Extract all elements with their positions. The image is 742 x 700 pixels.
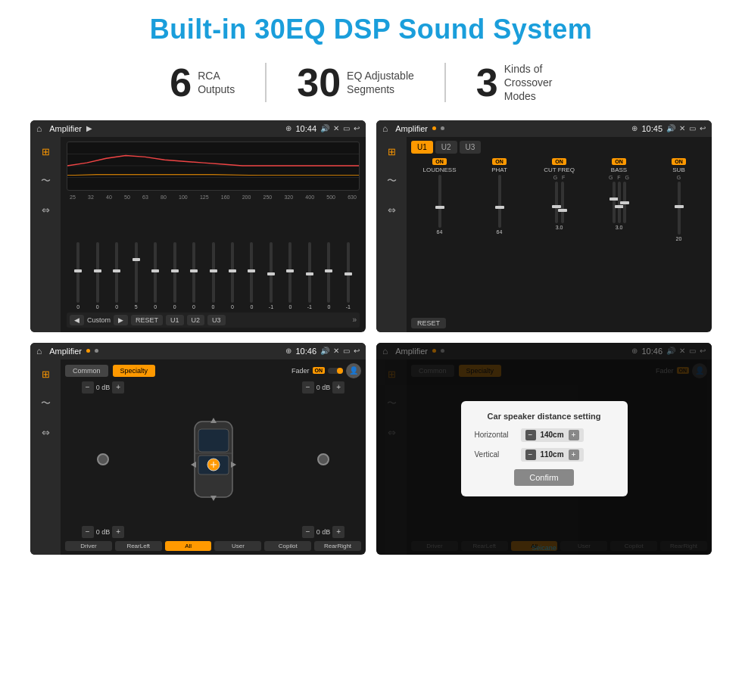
dialog-title: Car speaker distance setting [475,412,614,421]
horizontal-row: Horizontal − 140cm + [475,428,614,442]
rear-right-minus[interactable]: − [302,526,314,538]
specialty-tab[interactable]: Specialty [113,365,156,377]
window-icon-1[interactable]: ▭ [343,124,350,132]
sub-slider[interactable] [678,182,681,235]
eq-slider-6: 0 [186,204,202,310]
home-icon-1[interactable]: ⌂ [36,123,42,134]
eq-next-btn[interactable]: ▶ [114,315,128,325]
eq-slider-7: 0 [204,204,221,310]
bottom-buttons-row: Driver RearLeft All User Copilot RearRig… [65,541,361,551]
screen3-title: Amplifier [49,347,82,356]
eq-custom-label: Custom [87,316,111,324]
front-left-val: 0 dB [96,384,111,391]
driver-btn[interactable]: Driver [65,541,112,551]
amp-reset-btn[interactable]: RESET [411,318,446,328]
common-tab[interactable]: Common [65,365,108,377]
u2-btn[interactable]: U2 [435,141,457,154]
front-left-plus[interactable]: + [112,381,124,394]
arrows-icon-3[interactable]: ⇔ [39,424,53,441]
eq-u1-btn[interactable]: U1 [166,315,184,325]
rear-left-plus[interactable]: + [112,526,124,538]
speaker-icon-right [285,453,361,465]
horizontal-minus-btn[interactable]: − [525,430,536,440]
fader-toggle[interactable] [328,368,343,374]
wave-icon-2[interactable]: 〜 [384,171,400,191]
eq-icon-2[interactable]: ⊞ [385,143,399,160]
rear-right-val: 0 dB [316,528,331,536]
eq-bottom-bar: ◀ Custom ▶ RESET U1 U2 U3 » [67,313,360,328]
stats-row: 6 RCAOutputs 30 EQ AdjustableSegments 3 … [23,62,719,104]
car-center [145,381,281,538]
back-icon-2[interactable]: ↩ [700,124,706,132]
back-icon-1[interactable]: ↩ [354,124,360,132]
wave-icon-1[interactable]: 〜 [38,171,54,191]
status-icons-1: ⊕ 10:44 🔊 ✕ ▭ ↩ [285,124,360,133]
loudness-slider[interactable] [438,175,441,228]
back-icon-3[interactable]: ↩ [354,347,360,355]
main-container: Built-in 30EQ DSP Sound System 6 RCAOutp… [0,0,742,562]
bass-slider-3[interactable] [623,182,626,223]
eq-graph [67,142,360,191]
home-icon-3[interactable]: ⌂ [36,346,42,356]
eq-slider-5: 0 [166,204,182,310]
rear-right-btn[interactable]: RearRight [314,541,361,551]
window-icon-3[interactable]: ▭ [343,347,350,355]
bass-slider-1[interactable] [613,182,616,223]
eq-slider-14: -1 [340,204,357,310]
rear-left-ctrl: − 0 dB + [65,526,141,538]
all-btn[interactable]: All [165,541,212,551]
sub-title: SUB [672,166,684,173]
user-btn[interactable]: User [214,541,261,551]
x-icon-1[interactable]: ✕ [333,124,339,132]
front-left-minus[interactable]: − [82,381,94,394]
wave-icon-3[interactable]: 〜 [38,394,54,413]
eq-u2-btn[interactable]: U2 [187,315,205,325]
eq-prev-btn[interactable]: ◀ [70,315,84,325]
status-bar-2: ⌂ Amplifier ⊕ 10:45 🔊 ✕ ▭ ↩ [376,120,712,137]
eq-u3-btn[interactable]: U3 [207,315,226,325]
rear-left-minus[interactable]: − [82,526,94,538]
eq-icon-1[interactable]: ⊞ [39,143,53,160]
eq-expand-icon[interactable]: » [352,316,357,324]
dialog-overlay: Car speaker distance setting Horizontal … [376,343,712,555]
u-buttons-row: U1 U2 U3 [411,141,481,154]
home-icon-2[interactable]: ⌂ [382,123,388,134]
arrows-icon-1[interactable]: ⇔ [39,201,53,219]
dialog-box: Car speaker distance setting Horizontal … [461,401,628,496]
phat-slider[interactable] [498,175,501,228]
stat-crossover-desc: Kinds ofCrossover Modes [504,62,572,104]
vertical-minus-btn[interactable]: − [525,450,536,460]
time-2: 10:45 [641,124,662,133]
window-icon-2[interactable]: ▭ [689,124,696,132]
rear-left-btn[interactable]: RearLeft [115,541,162,551]
u1-btn[interactable]: U1 [411,141,433,154]
front-right-minus[interactable]: − [302,381,314,394]
front-right-plus[interactable]: + [332,381,344,394]
location-icon-1: ⊕ [285,124,292,132]
eq-slider-4: 0 [147,204,164,310]
stat-eq-number: 30 [297,63,341,102]
arrows-icon-2[interactable]: ⇔ [385,201,399,219]
phat-section: ON PHAT 64 [471,158,528,316]
x-icon-2[interactable]: ✕ [679,124,685,132]
screen-common: ⌂ Amplifier ⊕ 10:46 🔊 ✕ ▭ ↩ ⊞ 〜 ⇔ [30,343,366,555]
eq-icon-3[interactable]: ⊞ [39,366,53,383]
cutfreq-slider-2[interactable] [561,182,564,223]
copilot-btn[interactable]: Copilot [264,541,311,551]
dot-gray-icon-2 [441,126,444,130]
bass-on-badge: ON [612,158,626,165]
horizontal-plus-btn[interactable]: + [569,430,579,440]
cutfreq-slider-1[interactable] [555,182,558,223]
eq-sliders-container: 0 0 0 5 0 0 0 0 0 0 -1 0 -1 0 -1 [67,204,360,310]
confirm-button[interactable]: Confirm [514,469,574,486]
u3-btn[interactable]: U3 [460,141,482,154]
car-diagram-area: − 0 dB + − 0 dB + [65,381,361,538]
profile-icon[interactable]: 👤 [346,363,361,378]
eq-reset-btn[interactable]: RESET [131,315,163,325]
speaker-icon-left [65,453,141,465]
vertical-control: − 110cm + [521,448,584,462]
vertical-plus-btn[interactable]: + [569,450,579,460]
rear-right-plus[interactable]: + [332,526,344,538]
x-icon-3[interactable]: ✕ [333,347,339,355]
loudness-val: 64 [437,229,443,235]
